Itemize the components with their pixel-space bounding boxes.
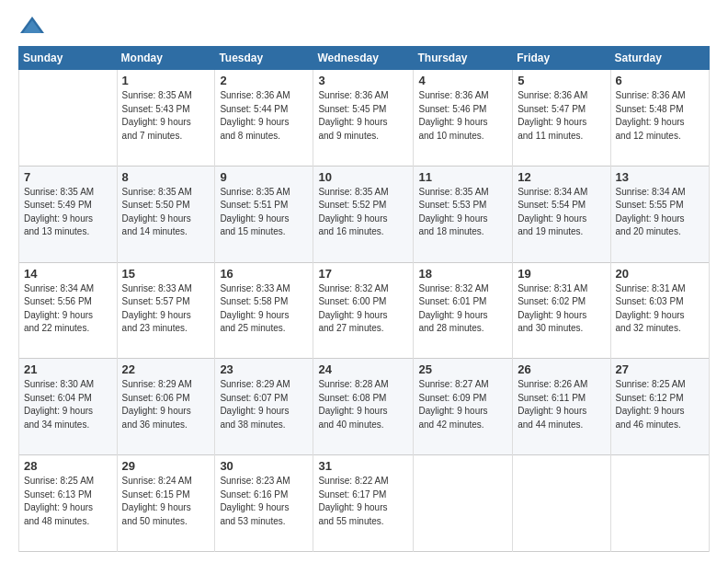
calendar-cell: 2Sunrise: 8:36 AM Sunset: 5:44 PM Daylig… (215, 70, 313, 167)
day-info: Sunrise: 8:36 AM Sunset: 5:47 PM Dayligh… (518, 89, 605, 143)
day-number: 10 (318, 170, 408, 184)
day-number: 11 (418, 170, 507, 184)
day-info: Sunrise: 8:36 AM Sunset: 5:46 PM Dayligh… (418, 89, 507, 143)
day-number: 23 (220, 362, 308, 376)
week-row-1: 1Sunrise: 8:35 AM Sunset: 5:43 PM Daylig… (19, 70, 710, 167)
weekday-monday: Monday (117, 47, 215, 70)
day-info: Sunrise: 8:36 AM Sunset: 5:44 PM Dayligh… (220, 89, 308, 143)
calendar-table: SundayMondayTuesdayWednesdayThursdayFrid… (18, 46, 710, 552)
day-number: 29 (122, 459, 210, 473)
calendar-cell: 10Sunrise: 8:35 AM Sunset: 5:52 PM Dayli… (313, 166, 414, 262)
day-number: 24 (318, 362, 408, 376)
day-number: 20 (616, 267, 704, 281)
day-info: Sunrise: 8:35 AM Sunset: 5:51 PM Dayligh… (220, 186, 308, 239)
day-info: Sunrise: 8:35 AM Sunset: 5:49 PM Dayligh… (24, 186, 112, 239)
calendar-cell: 27Sunrise: 8:25 AM Sunset: 6:12 PM Dayli… (610, 359, 709, 455)
calendar-cell: 17Sunrise: 8:32 AM Sunset: 6:00 PM Dayli… (313, 262, 414, 359)
weekday-saturday: Saturday (610, 47, 709, 70)
calendar-cell: 25Sunrise: 8:27 AM Sunset: 6:09 PM Dayli… (414, 359, 513, 455)
calendar-cell: 11Sunrise: 8:35 AM Sunset: 5:53 PM Dayli… (414, 166, 513, 262)
calendar-cell: 4Sunrise: 8:36 AM Sunset: 5:46 PM Daylig… (414, 70, 513, 167)
calendar-cell: 16Sunrise: 8:33 AM Sunset: 5:58 PM Dayli… (215, 262, 313, 359)
logo-icon (18, 15, 46, 37)
calendar-cell (610, 455, 709, 552)
day-info: Sunrise: 8:25 AM Sunset: 6:12 PM Dayligh… (616, 378, 704, 431)
calendar-cell: 15Sunrise: 8:33 AM Sunset: 5:57 PM Dayli… (117, 262, 215, 359)
day-number: 25 (418, 362, 507, 376)
day-info: Sunrise: 8:29 AM Sunset: 6:06 PM Dayligh… (122, 378, 210, 431)
day-number: 14 (24, 267, 112, 281)
day-number: 7 (24, 170, 112, 184)
calendar-cell: 19Sunrise: 8:31 AM Sunset: 6:02 PM Dayli… (513, 262, 610, 359)
calendar-cell: 14Sunrise: 8:34 AM Sunset: 5:56 PM Dayli… (19, 262, 118, 359)
day-number: 30 (220, 459, 308, 473)
weekday-wednesday: Wednesday (313, 47, 414, 70)
day-number: 9 (220, 170, 308, 184)
calendar-cell: 29Sunrise: 8:24 AM Sunset: 6:15 PM Dayli… (117, 455, 215, 552)
calendar-cell (414, 455, 513, 552)
day-info: Sunrise: 8:26 AM Sunset: 6:11 PM Dayligh… (518, 378, 605, 431)
day-number: 12 (518, 170, 605, 184)
weekday-thursday: Thursday (414, 47, 513, 70)
day-number: 8 (122, 170, 210, 184)
day-number: 22 (122, 362, 210, 376)
calendar-cell: 30Sunrise: 8:23 AM Sunset: 6:16 PM Dayli… (215, 455, 313, 552)
calendar-cell: 23Sunrise: 8:29 AM Sunset: 6:07 PM Dayli… (215, 359, 313, 455)
weekday-friday: Friday (513, 47, 610, 70)
day-info: Sunrise: 8:35 AM Sunset: 5:52 PM Dayligh… (318, 186, 408, 239)
day-info: Sunrise: 8:33 AM Sunset: 5:57 PM Dayligh… (122, 282, 210, 336)
calendar-cell (513, 455, 610, 552)
calendar-cell: 7Sunrise: 8:35 AM Sunset: 5:49 PM Daylig… (19, 166, 118, 262)
calendar-cell: 9Sunrise: 8:35 AM Sunset: 5:51 PM Daylig… (215, 166, 313, 262)
calendar-cell: 31Sunrise: 8:22 AM Sunset: 6:17 PM Dayli… (313, 455, 414, 552)
day-number: 3 (318, 74, 408, 87)
week-row-2: 7Sunrise: 8:35 AM Sunset: 5:49 PM Daylig… (19, 166, 710, 262)
day-number: 16 (220, 267, 308, 281)
day-info: Sunrise: 8:30 AM Sunset: 6:04 PM Dayligh… (24, 378, 112, 431)
day-number: 1 (122, 74, 210, 87)
day-info: Sunrise: 8:34 AM Sunset: 5:56 PM Dayligh… (24, 282, 112, 336)
day-info: Sunrise: 8:28 AM Sunset: 6:08 PM Dayligh… (318, 378, 408, 431)
day-info: Sunrise: 8:32 AM Sunset: 6:01 PM Dayligh… (418, 282, 507, 336)
day-info: Sunrise: 8:34 AM Sunset: 5:55 PM Dayligh… (616, 186, 704, 239)
day-info: Sunrise: 8:31 AM Sunset: 6:02 PM Dayligh… (518, 282, 605, 336)
day-info: Sunrise: 8:35 AM Sunset: 5:50 PM Dayligh… (122, 186, 210, 239)
week-row-3: 14Sunrise: 8:34 AM Sunset: 5:56 PM Dayli… (19, 262, 710, 359)
weekday-header-row: SundayMondayTuesdayWednesdayThursdayFrid… (19, 47, 710, 70)
day-number: 21 (24, 362, 112, 376)
day-info: Sunrise: 8:34 AM Sunset: 5:54 PM Dayligh… (518, 186, 605, 239)
day-info: Sunrise: 8:24 AM Sunset: 6:15 PM Dayligh… (122, 475, 210, 528)
calendar-cell: 3Sunrise: 8:36 AM Sunset: 5:45 PM Daylig… (313, 70, 414, 167)
week-row-5: 28Sunrise: 8:25 AM Sunset: 6:13 PM Dayli… (19, 455, 710, 552)
calendar-cell: 18Sunrise: 8:32 AM Sunset: 6:01 PM Dayli… (414, 262, 513, 359)
day-info: Sunrise: 8:35 AM Sunset: 5:53 PM Dayligh… (418, 186, 507, 239)
day-info: Sunrise: 8:36 AM Sunset: 5:45 PM Dayligh… (318, 89, 408, 143)
day-number: 28 (24, 459, 112, 473)
day-info: Sunrise: 8:36 AM Sunset: 5:48 PM Dayligh… (616, 89, 704, 143)
day-info: Sunrise: 8:32 AM Sunset: 6:00 PM Dayligh… (318, 282, 408, 336)
day-info: Sunrise: 8:25 AM Sunset: 6:13 PM Dayligh… (24, 475, 112, 528)
calendar-cell: 13Sunrise: 8:34 AM Sunset: 5:55 PM Dayli… (610, 166, 709, 262)
calendar-cell (19, 70, 118, 167)
header (18, 15, 710, 37)
day-number: 2 (220, 74, 308, 87)
day-number: 27 (616, 362, 704, 376)
calendar-cell: 12Sunrise: 8:34 AM Sunset: 5:54 PM Dayli… (513, 166, 610, 262)
calendar-cell: 24Sunrise: 8:28 AM Sunset: 6:08 PM Dayli… (313, 359, 414, 455)
day-info: Sunrise: 8:33 AM Sunset: 5:58 PM Dayligh… (220, 282, 308, 336)
day-number: 18 (418, 267, 507, 281)
day-number: 15 (122, 267, 210, 281)
day-info: Sunrise: 8:31 AM Sunset: 6:03 PM Dayligh… (616, 282, 704, 336)
day-info: Sunrise: 8:35 AM Sunset: 5:43 PM Dayligh… (122, 89, 210, 143)
day-number: 31 (318, 459, 408, 473)
day-info: Sunrise: 8:27 AM Sunset: 6:09 PM Dayligh… (418, 378, 507, 431)
calendar-cell: 5Sunrise: 8:36 AM Sunset: 5:47 PM Daylig… (513, 70, 610, 167)
calendar-cell: 6Sunrise: 8:36 AM Sunset: 5:48 PM Daylig… (610, 70, 709, 167)
calendar-cell: 8Sunrise: 8:35 AM Sunset: 5:50 PM Daylig… (117, 166, 215, 262)
day-info: Sunrise: 8:29 AM Sunset: 6:07 PM Dayligh… (220, 378, 308, 431)
day-number: 26 (518, 362, 605, 376)
weekday-sunday: Sunday (19, 47, 118, 70)
calendar-cell: 22Sunrise: 8:29 AM Sunset: 6:06 PM Dayli… (117, 359, 215, 455)
calendar-cell: 21Sunrise: 8:30 AM Sunset: 6:04 PM Dayli… (19, 359, 118, 455)
calendar-cell: 1Sunrise: 8:35 AM Sunset: 5:43 PM Daylig… (117, 70, 215, 167)
